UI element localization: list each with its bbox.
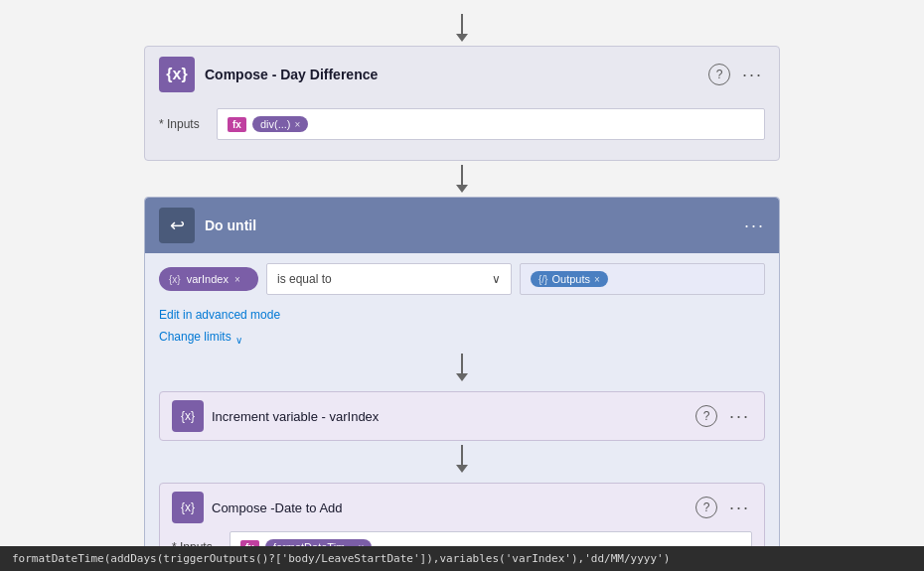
arrow-connector-2 <box>456 165 468 193</box>
increment-more-button[interactable]: ··· <box>727 406 752 427</box>
compose-date-help-button[interactable]: ? <box>695 497 717 518</box>
do-until-title: Do until <box>205 217 734 233</box>
compose-date-icon-symbol: {x} <box>181 500 195 514</box>
do-until-body: {x} varIndex × is equal to ∨ {/} Outputs… <box>145 253 779 571</box>
compose-day-difference-card: {x} Compose - Day Difference ? ··· * Inp… <box>144 46 780 161</box>
compose-date-icon: {x} <box>172 492 204 523</box>
compose-date-actions: ? ··· <box>695 497 752 518</box>
compose-help-button[interactable]: ? <box>708 64 730 85</box>
var-chip-label: varIndex <box>187 273 229 285</box>
edit-advanced-link[interactable]: Edit in advanced mode <box>159 308 280 322</box>
arrow-head <box>456 34 468 42</box>
increment-card-actions: ? ··· <box>695 405 752 427</box>
tooltip-text: formatDateTime(addDays(triggerOutputs()?… <box>12 552 670 565</box>
compose-card-actions: ? ··· <box>708 64 765 85</box>
compose-date-header: {x} Compose -Date to Add ? ··· <box>160 484 764 531</box>
outputs-icon: {/} <box>539 274 547 285</box>
compose-input-row: * Inputs fx div(...) × <box>159 108 765 140</box>
compose-icon-symbol: {x} <box>166 66 187 83</box>
compose-date-title: Compose -Date to Add <box>212 500 688 515</box>
change-limits-chevron: ∨ <box>235 335 242 346</box>
compose-card-title: Compose - Day Difference <box>205 67 698 82</box>
do-until-icon-symbol: ↩ <box>170 214 185 236</box>
canvas: {x} Compose - Day Difference ? ··· * Inp… <box>0 0 924 571</box>
compose-input-label: * Inputs <box>159 117 209 131</box>
compose-card-header: {x} Compose - Day Difference ? ··· <box>145 47 779 102</box>
operator-chevron: ∨ <box>492 272 501 286</box>
increment-card-header: {x} Increment variable - varIndex ? ··· <box>160 392 764 440</box>
compose-token-close[interactable]: × <box>294 119 300 130</box>
var-chip-icon: {x} <box>169 274 181 285</box>
arrow-connector-top <box>456 14 468 42</box>
inner-arrow-line <box>461 354 463 373</box>
increment-icon-symbol: {x} <box>181 409 195 423</box>
condition-row: {x} varIndex × is equal to ∨ {/} Outputs… <box>159 263 765 295</box>
change-limits-link[interactable]: Change limits <box>159 330 231 344</box>
compose-date-more-button[interactable]: ··· <box>727 498 752 518</box>
outputs-chip-container[interactable]: {/} Outputs × <box>520 263 765 295</box>
increment-help-button[interactable]: ? <box>695 405 717 427</box>
do-until-icon: ↩ <box>159 208 195 243</box>
do-until-header: ↩ Do until ··· <box>145 198 779 253</box>
compose-card-icon: {x} <box>159 57 195 92</box>
compose-more-button[interactable]: ··· <box>740 65 765 85</box>
outputs-chip[interactable]: {/} Outputs × <box>531 271 608 287</box>
compose-token-chip[interactable]: div(...) × <box>252 116 308 132</box>
increment-variable-card: {x} Increment variable - varIndex ? ··· <box>159 391 765 441</box>
compose-fx-badge: fx <box>228 117 246 132</box>
compose-input-field[interactable]: fx div(...) × <box>217 108 765 140</box>
do-until-more-button[interactable]: ··· <box>744 215 765 236</box>
var-chip-close[interactable]: × <box>234 274 240 285</box>
operator-label: is equal to <box>277 272 332 286</box>
arrow-line <box>461 14 463 34</box>
inner-arrow-head-2 <box>456 465 468 473</box>
outputs-close[interactable]: × <box>594 274 600 285</box>
do-until-card: ↩ Do until ··· {x} varIndex × is equal t… <box>144 197 780 571</box>
change-limits-row: Change limits ∨ <box>159 330 765 350</box>
inner-arrow-head <box>456 373 468 381</box>
increment-card-title: Increment variable - varIndex <box>212 409 688 424</box>
operator-select[interactable]: is equal to ∨ <box>266 263 512 295</box>
compose-card-body: * Inputs fx div(...) × <box>145 102 779 160</box>
inner-arrow-line-2 <box>461 445 463 465</box>
outputs-label: Outputs <box>551 273 590 285</box>
tooltip-bar: formatDateTime(addDays(triggerOutputs()?… <box>0 546 924 571</box>
increment-card-icon: {x} <box>172 400 204 432</box>
var-index-chip[interactable]: {x} varIndex × <box>159 267 258 291</box>
arrow-head-2 <box>456 185 468 193</box>
compose-token-label: div(...) <box>260 118 291 130</box>
arrow-line-2 <box>461 165 463 185</box>
